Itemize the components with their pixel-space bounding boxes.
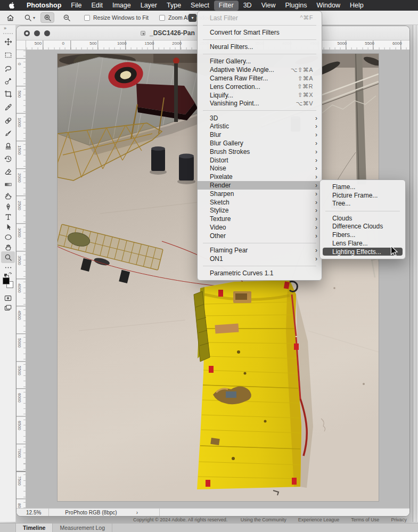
crop-tool[interactable]	[1, 88, 15, 100]
submenu-chevron-icon: ›	[315, 207, 317, 214]
move-icon	[4, 38, 12, 46]
screen-mode-button[interactable]	[1, 302, 15, 314]
menubar-item[interactable]: Type	[162, 1, 186, 11]
healing-brush-tool[interactable]	[1, 114, 15, 126]
filter-menu-item[interactable]: Noise ›	[198, 164, 322, 173]
eraser-tool[interactable]	[1, 166, 15, 177]
history-brush-icon	[4, 155, 12, 163]
footer-link[interactable]: Using the Community	[241, 517, 286, 522]
ruler-label: 5500	[365, 41, 374, 46]
clone-stamp-tool[interactable]	[1, 140, 15, 152]
eyedropper-tool[interactable]	[1, 101, 15, 113]
ruler-label: 6000	[392, 41, 402, 46]
footer-link[interactable]: Privacy	[391, 517, 407, 522]
collapse-panel-button[interactable]: »	[4, 26, 6, 31]
filter-menu-item[interactable]: Vanishing Point... ⌥⌘V	[198, 100, 322, 108]
home-button[interactable]	[6, 14, 14, 22]
menu-separator	[203, 266, 316, 266]
ruler-label: 3500	[17, 256, 22, 265]
footer-link[interactable]: Experience League	[298, 517, 340, 522]
filter-menu-item[interactable]: 3D ›	[198, 114, 322, 122]
move-tool[interactable]	[1, 36, 15, 47]
menubar-item[interactable]: File	[66, 1, 86, 11]
zoom-level-field[interactable]: 12.5%	[17, 510, 48, 515]
filter-menu-item[interactable]: Flaming Pear ›	[198, 246, 322, 255]
caret-down-icon: ▾	[191, 15, 193, 20]
filter-menu-item[interactable]: Stylize ›	[198, 206, 322, 215]
ruler-label: 500	[89, 41, 96, 46]
render-submenu-item[interactable]: Flame...	[320, 183, 405, 191]
menubar-item[interactable]: Plugins	[281, 1, 312, 11]
filter-menu-item[interactable]: Neural Filters...	[198, 43, 322, 51]
render-submenu-item[interactable]: Tree...	[320, 200, 405, 208]
filter-menu-item[interactable]: Artistic ›	[198, 122, 322, 130]
color-profile-label[interactable]: ProPhoto RGB (8bpc)	[49, 510, 122, 515]
ruler-label: 500	[17, 91, 22, 97]
filter-menu-item[interactable]: Filter Gallery...	[198, 58, 322, 66]
render-submenu-item[interactable]: Picture Frame...	[320, 191, 405, 200]
menubar-item[interactable]: Edit	[86, 1, 108, 11]
page-scrollbar[interactable]	[413, 25, 418, 522]
menu-separator	[203, 25, 316, 26]
filter-menu-item[interactable]: ON1 ›	[198, 255, 322, 263]
zoom-tool-icon	[24, 14, 32, 22]
filter-menu-item[interactable]: Adaptive Wide Angle... ⌥⇧⌘A	[198, 66, 322, 74]
marquee-tool[interactable]	[1, 49, 15, 61]
filter-menu-item[interactable]: Camera Raw Filter... ⇧⌘A	[198, 74, 322, 83]
apple-menu[interactable]	[2, 2, 22, 9]
filter-menu-item[interactable]: Sketch ›	[198, 198, 322, 207]
smudge-tool[interactable]	[1, 190, 15, 202]
filter-menu-item[interactable]: Liquify... ⇧⌘X	[198, 91, 322, 100]
menubar-item[interactable]: View	[257, 1, 281, 11]
menubar-item[interactable]: Photoshop	[22, 1, 66, 11]
menubar-item[interactable]: Filter	[214, 1, 239, 11]
object-selection-tool[interactable]	[1, 75, 15, 87]
render-submenu-item[interactable]: Fibers...	[320, 231, 405, 239]
menubar-item[interactable]: Help	[345, 1, 368, 11]
zoom-out-button[interactable]	[60, 12, 73, 23]
options-dropdown-button[interactable]: ▾	[188, 14, 196, 22]
menubar-item[interactable]: Window	[312, 1, 345, 11]
filter-menu-item[interactable]: Texture ›	[198, 215, 322, 223]
foreground-color-swatch[interactable]	[3, 277, 10, 284]
document-status-bar: 12.5% ProPhoto RGB (8bpc) ›	[17, 508, 409, 516]
filter-menu-item[interactable]: Parametric Curves 1.1	[198, 269, 322, 277]
zoom-window-button[interactable]	[44, 30, 50, 36]
filter-menu-item[interactable]: Distort ›	[198, 156, 322, 165]
filter-menu-item[interactable]: Lens Correction... ⇧⌘R	[198, 83, 322, 91]
filter-menu-item[interactable]: Render ›	[198, 181, 322, 190]
filter-menu-item[interactable]: Blur Gallery ›	[198, 139, 322, 148]
filter-menu-item[interactable]: Last Filter ^⌘F	[198, 14, 322, 22]
panel-tab[interactable]: Timeline	[16, 523, 53, 532]
render-submenu-item[interactable]: Difference Clouds	[320, 223, 405, 231]
color-swatches[interactable]	[3, 277, 14, 290]
close-window-button[interactable]	[24, 30, 30, 36]
footer-link[interactable]: Terms of Use	[351, 517, 379, 522]
minimize-window-button[interactable]	[34, 30, 40, 36]
filter-menu-item[interactable]: Convert for Smart Filters	[198, 28, 322, 37]
vertical-ruler[interactable]: 0500100015002000250030003500400045005000…	[17, 50, 26, 509]
tool-preset-picker[interactable]: ▾	[24, 14, 35, 22]
menubar-item[interactable]: 3D	[239, 1, 257, 11]
submenu-chevron-icon: ›	[315, 157, 317, 164]
menubar-item[interactable]: Image	[108, 1, 136, 11]
gradient-tool[interactable]	[1, 178, 15, 190]
history-brush-tool[interactable]	[1, 153, 15, 165]
filter-menu-item[interactable]: Video ›	[198, 223, 322, 232]
menubar-item[interactable]: Layer	[136, 1, 162, 11]
panel-tab[interactable]: Measurement Log	[53, 523, 112, 532]
filter-menu-item[interactable]: Brush Strokes ›	[198, 148, 322, 156]
status-options-chevron[interactable]: ›	[122, 510, 159, 515]
panel-grip[interactable]	[3, 33, 13, 34]
lasso-tool[interactable]	[1, 62, 15, 74]
scrollbar-line	[416, 25, 416, 522]
zoom-in-button[interactable]	[40, 12, 54, 23]
brush-tool[interactable]	[1, 127, 15, 139]
filter-menu-item[interactable]: Other ›	[198, 232, 322, 240]
resize-windows-checkbox[interactable]: Resize Windows to Fit	[84, 14, 149, 21]
filter-menu-item[interactable]: Sharpen ›	[198, 190, 322, 198]
filter-menu-item[interactable]: Pixelate ›	[198, 173, 322, 181]
filter-menu-item[interactable]: Blur ›	[198, 130, 322, 139]
menubar-item[interactable]: Select	[186, 1, 214, 11]
render-submenu-item[interactable]: Clouds	[320, 214, 405, 223]
